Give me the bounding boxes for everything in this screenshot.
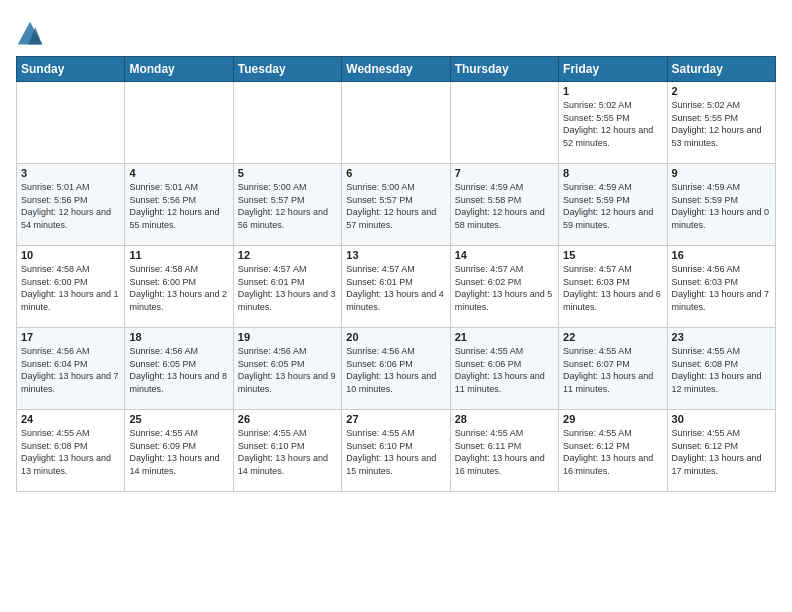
day-number: 20 <box>346 331 445 343</box>
day-number: 21 <box>455 331 554 343</box>
day-info: Sunrise: 4:57 AM Sunset: 6:03 PM Dayligh… <box>563 263 662 313</box>
day-info: Sunrise: 4:55 AM Sunset: 6:12 PM Dayligh… <box>672 427 771 477</box>
calendar-header-row: SundayMondayTuesdayWednesdayThursdayFrid… <box>17 57 776 82</box>
day-info: Sunrise: 4:56 AM Sunset: 6:06 PM Dayligh… <box>346 345 445 395</box>
calendar-cell: 22Sunrise: 4:55 AM Sunset: 6:07 PM Dayli… <box>559 328 667 410</box>
day-info: Sunrise: 4:59 AM Sunset: 5:58 PM Dayligh… <box>455 181 554 231</box>
day-info: Sunrise: 4:57 AM Sunset: 6:01 PM Dayligh… <box>238 263 337 313</box>
day-info: Sunrise: 4:55 AM Sunset: 6:08 PM Dayligh… <box>21 427 120 477</box>
weekday-header: Thursday <box>450 57 558 82</box>
calendar-cell: 29Sunrise: 4:55 AM Sunset: 6:12 PM Dayli… <box>559 410 667 492</box>
day-number: 9 <box>672 167 771 179</box>
calendar-cell: 24Sunrise: 4:55 AM Sunset: 6:08 PM Dayli… <box>17 410 125 492</box>
day-info: Sunrise: 4:56 AM Sunset: 6:05 PM Dayligh… <box>238 345 337 395</box>
day-info: Sunrise: 4:57 AM Sunset: 6:02 PM Dayligh… <box>455 263 554 313</box>
day-number: 30 <box>672 413 771 425</box>
day-number: 28 <box>455 413 554 425</box>
calendar-table: SundayMondayTuesdayWednesdayThursdayFrid… <box>16 56 776 492</box>
day-number: 18 <box>129 331 228 343</box>
calendar-week-row: 17Sunrise: 4:56 AM Sunset: 6:04 PM Dayli… <box>17 328 776 410</box>
day-number: 10 <box>21 249 120 261</box>
day-info: Sunrise: 5:00 AM Sunset: 5:57 PM Dayligh… <box>346 181 445 231</box>
day-number: 24 <box>21 413 120 425</box>
calendar-cell <box>17 82 125 164</box>
day-info: Sunrise: 4:56 AM Sunset: 6:04 PM Dayligh… <box>21 345 120 395</box>
day-number: 19 <box>238 331 337 343</box>
calendar-cell: 21Sunrise: 4:55 AM Sunset: 6:06 PM Dayli… <box>450 328 558 410</box>
calendar-cell: 13Sunrise: 4:57 AM Sunset: 6:01 PM Dayli… <box>342 246 450 328</box>
calendar-cell: 14Sunrise: 4:57 AM Sunset: 6:02 PM Dayli… <box>450 246 558 328</box>
calendar-cell: 9Sunrise: 4:59 AM Sunset: 5:59 PM Daylig… <box>667 164 775 246</box>
calendar-cell: 23Sunrise: 4:55 AM Sunset: 6:08 PM Dayli… <box>667 328 775 410</box>
calendar-cell: 12Sunrise: 4:57 AM Sunset: 6:01 PM Dayli… <box>233 246 341 328</box>
calendar-cell <box>450 82 558 164</box>
logo <box>16 20 46 48</box>
day-number: 6 <box>346 167 445 179</box>
day-info: Sunrise: 5:01 AM Sunset: 5:56 PM Dayligh… <box>21 181 120 231</box>
day-number: 11 <box>129 249 228 261</box>
calendar-cell <box>125 82 233 164</box>
day-number: 17 <box>21 331 120 343</box>
day-number: 13 <box>346 249 445 261</box>
weekday-header: Wednesday <box>342 57 450 82</box>
calendar-cell: 3Sunrise: 5:01 AM Sunset: 5:56 PM Daylig… <box>17 164 125 246</box>
day-info: Sunrise: 5:02 AM Sunset: 5:55 PM Dayligh… <box>672 99 771 149</box>
calendar-week-row: 24Sunrise: 4:55 AM Sunset: 6:08 PM Dayli… <box>17 410 776 492</box>
day-number: 2 <box>672 85 771 97</box>
calendar-cell: 25Sunrise: 4:55 AM Sunset: 6:09 PM Dayli… <box>125 410 233 492</box>
weekday-header: Sunday <box>17 57 125 82</box>
day-info: Sunrise: 4:55 AM Sunset: 6:12 PM Dayligh… <box>563 427 662 477</box>
calendar-cell: 2Sunrise: 5:02 AM Sunset: 5:55 PM Daylig… <box>667 82 775 164</box>
weekday-header: Tuesday <box>233 57 341 82</box>
day-info: Sunrise: 4:59 AM Sunset: 5:59 PM Dayligh… <box>672 181 771 231</box>
day-info: Sunrise: 4:55 AM Sunset: 6:09 PM Dayligh… <box>129 427 228 477</box>
day-info: Sunrise: 4:55 AM Sunset: 6:10 PM Dayligh… <box>346 427 445 477</box>
day-info: Sunrise: 4:57 AM Sunset: 6:01 PM Dayligh… <box>346 263 445 313</box>
calendar-cell: 16Sunrise: 4:56 AM Sunset: 6:03 PM Dayli… <box>667 246 775 328</box>
day-info: Sunrise: 5:01 AM Sunset: 5:56 PM Dayligh… <box>129 181 228 231</box>
day-info: Sunrise: 5:02 AM Sunset: 5:55 PM Dayligh… <box>563 99 662 149</box>
day-info: Sunrise: 4:55 AM Sunset: 6:06 PM Dayligh… <box>455 345 554 395</box>
day-number: 5 <box>238 167 337 179</box>
day-number: 1 <box>563 85 662 97</box>
calendar-cell: 19Sunrise: 4:56 AM Sunset: 6:05 PM Dayli… <box>233 328 341 410</box>
page-header <box>16 16 776 48</box>
calendar-week-row: 1Sunrise: 5:02 AM Sunset: 5:55 PM Daylig… <box>17 82 776 164</box>
day-number: 4 <box>129 167 228 179</box>
calendar-cell: 4Sunrise: 5:01 AM Sunset: 5:56 PM Daylig… <box>125 164 233 246</box>
day-info: Sunrise: 4:58 AM Sunset: 6:00 PM Dayligh… <box>21 263 120 313</box>
calendar-cell: 18Sunrise: 4:56 AM Sunset: 6:05 PM Dayli… <box>125 328 233 410</box>
day-info: Sunrise: 4:59 AM Sunset: 5:59 PM Dayligh… <box>563 181 662 231</box>
calendar-cell: 20Sunrise: 4:56 AM Sunset: 6:06 PM Dayli… <box>342 328 450 410</box>
day-number: 25 <box>129 413 228 425</box>
calendar-cell: 7Sunrise: 4:59 AM Sunset: 5:58 PM Daylig… <box>450 164 558 246</box>
day-info: Sunrise: 4:55 AM Sunset: 6:08 PM Dayligh… <box>672 345 771 395</box>
calendar-cell: 17Sunrise: 4:56 AM Sunset: 6:04 PM Dayli… <box>17 328 125 410</box>
calendar-cell <box>233 82 341 164</box>
day-info: Sunrise: 4:58 AM Sunset: 6:00 PM Dayligh… <box>129 263 228 313</box>
weekday-header: Saturday <box>667 57 775 82</box>
day-number: 26 <box>238 413 337 425</box>
weekday-header: Friday <box>559 57 667 82</box>
logo-icon <box>16 20 44 48</box>
calendar-cell: 28Sunrise: 4:55 AM Sunset: 6:11 PM Dayli… <box>450 410 558 492</box>
calendar-cell: 5Sunrise: 5:00 AM Sunset: 5:57 PM Daylig… <box>233 164 341 246</box>
day-number: 12 <box>238 249 337 261</box>
day-info: Sunrise: 4:55 AM Sunset: 6:07 PM Dayligh… <box>563 345 662 395</box>
calendar-week-row: 3Sunrise: 5:01 AM Sunset: 5:56 PM Daylig… <box>17 164 776 246</box>
day-number: 29 <box>563 413 662 425</box>
day-info: Sunrise: 4:55 AM Sunset: 6:11 PM Dayligh… <box>455 427 554 477</box>
calendar-cell: 1Sunrise: 5:02 AM Sunset: 5:55 PM Daylig… <box>559 82 667 164</box>
day-number: 3 <box>21 167 120 179</box>
day-info: Sunrise: 5:00 AM Sunset: 5:57 PM Dayligh… <box>238 181 337 231</box>
calendar-cell: 26Sunrise: 4:55 AM Sunset: 6:10 PM Dayli… <box>233 410 341 492</box>
day-number: 22 <box>563 331 662 343</box>
day-info: Sunrise: 4:55 AM Sunset: 6:10 PM Dayligh… <box>238 427 337 477</box>
day-info: Sunrise: 4:56 AM Sunset: 6:03 PM Dayligh… <box>672 263 771 313</box>
calendar-cell: 8Sunrise: 4:59 AM Sunset: 5:59 PM Daylig… <box>559 164 667 246</box>
day-info: Sunrise: 4:56 AM Sunset: 6:05 PM Dayligh… <box>129 345 228 395</box>
calendar-cell: 11Sunrise: 4:58 AM Sunset: 6:00 PM Dayli… <box>125 246 233 328</box>
calendar-cell: 15Sunrise: 4:57 AM Sunset: 6:03 PM Dayli… <box>559 246 667 328</box>
calendar-cell: 6Sunrise: 5:00 AM Sunset: 5:57 PM Daylig… <box>342 164 450 246</box>
day-number: 8 <box>563 167 662 179</box>
